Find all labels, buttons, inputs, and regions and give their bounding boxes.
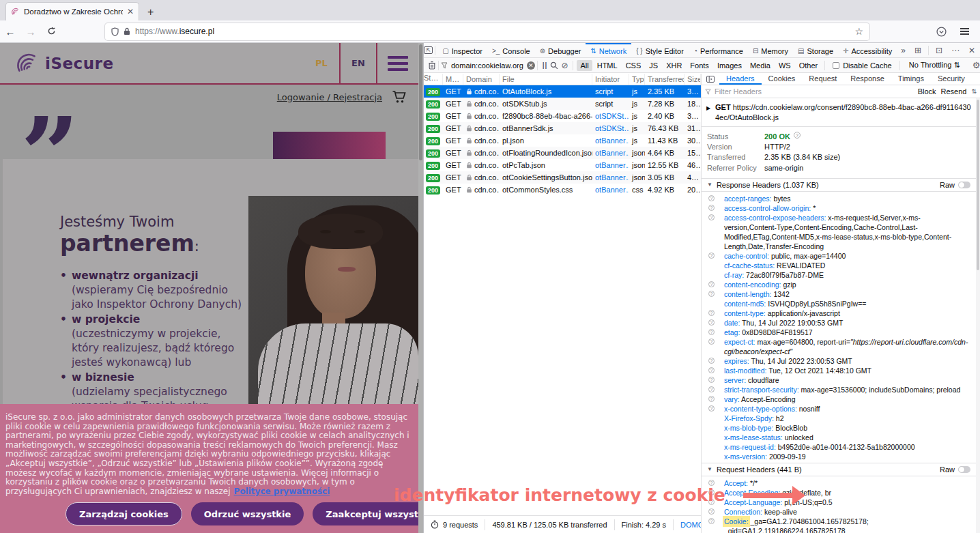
disable-cache-control[interactable]: Disable Cache	[827, 61, 897, 70]
response-header-row[interactable]: ?content-type: application/x-javascript	[702, 308, 976, 318]
column-header[interactable]: Domain	[463, 74, 500, 85]
filter-pill-media[interactable]: Media	[747, 60, 774, 71]
devtools-tab-inspector[interactable]: ▢Inspector	[437, 43, 487, 57]
cookie-reject-button[interactable]: Odrzuć wszystkie	[191, 502, 304, 525]
request-initiator[interactable]: otBanner…	[592, 186, 629, 194]
response-header-row[interactable]: content-md5: ISVHQDp8yLpS5h8SniPgIw==	[702, 299, 976, 308]
raw-toggle[interactable]	[958, 182, 970, 188]
privacy-policy-link[interactable]: Polityce prywatności	[234, 487, 330, 496]
response-header-row[interactable]: ?date: Thu, 14 Jul 2022 19:00:53 GMT	[702, 318, 976, 328]
filter-pill-css[interactable]: CSS	[622, 60, 645, 71]
request-header-row[interactable]: ?Cookie: _ga=GA1.2.704861004.1657825178;…	[702, 517, 976, 533]
url-text[interactable]: https://www.isecure.pl	[135, 27, 850, 36]
detail-tab-response[interactable]: Response	[844, 74, 891, 85]
resend-button[interactable]: Resend	[941, 87, 967, 96]
request-header-row[interactable]: ?Accept-Encoding: gzip, deflate, br	[702, 488, 976, 498]
block-button[interactable]: Block	[918, 87, 936, 96]
help-icon[interactable]: ?	[708, 319, 715, 326]
request-initiator[interactable]: otBanner…	[592, 161, 629, 169]
column-header[interactable]: Size	[684, 74, 701, 85]
response-header-row[interactable]: ?last-modified: Tue, 12 Oct 2021 14:48:1…	[702, 366, 976, 375]
help-icon[interactable]: ?	[708, 518, 715, 524]
responsive-design-icon[interactable]: ⊞	[910, 46, 926, 55]
help-icon[interactable]: ?	[708, 480, 715, 486]
help-icon[interactable]: ?	[708, 405, 715, 412]
help-icon[interactable]: ?	[708, 253, 715, 259]
network-request-row[interactable]: 200GETcdn.co…otBannerSdk.jsotSDKSt…js76.…	[424, 122, 701, 134]
pick-element-button[interactable]: ⇱	[424, 46, 433, 54]
request-initiator[interactable]: otBanner…	[592, 149, 629, 157]
url-bar[interactable]: https://www.isecure.pl ☆	[105, 23, 869, 40]
clear-filter-icon[interactable]: ✕	[527, 61, 535, 70]
devtools-tab-accessibility[interactable]: ✛Accessibility	[838, 43, 897, 57]
request-initiator[interactable]: otBanner…	[592, 173, 629, 182]
help-icon[interactable]: ?	[708, 214, 715, 220]
lock-icon[interactable]	[124, 27, 130, 35]
help-icon[interactable]: ?	[708, 310, 715, 316]
disable-cache-checkbox[interactable]	[833, 62, 839, 69]
response-header-row[interactable]: cf-ray: 72ac80f79f5a7b87-DME	[702, 270, 976, 280]
gear-icon[interactable]: ⚙	[967, 60, 980, 70]
cart-icon[interactable]	[392, 90, 407, 104]
filter-pill-images[interactable]: Images	[714, 60, 745, 71]
response-header-row[interactable]: ?expires: Thu, 14 Jul 2022 23:00:53 GMT	[702, 356, 976, 366]
column-header[interactable]: M…	[443, 74, 463, 85]
throttling-dropdown[interactable]: No Throttling ⇅	[902, 61, 967, 70]
raw-toggle[interactable]	[958, 466, 970, 473]
filter-pill-fonts[interactable]: Fonts	[687, 60, 712, 71]
column-header[interactable]: File	[500, 74, 592, 85]
collapse-panel-icon[interactable]	[702, 76, 719, 83]
network-request-row[interactable]: 200GETcdn.co…f2890bc8-88eb-4bac-a266-df9…	[424, 110, 701, 122]
devtools-tab-storage[interactable]: ▤Storage	[793, 43, 838, 57]
detail-tab-security[interactable]: Security	[931, 74, 972, 85]
network-request-row[interactable]: 200GETcdn.co…otFloatingRoundedIcon.jsono…	[424, 147, 701, 159]
help-icon[interactable]: ?	[708, 386, 715, 392]
detail-tab-timings[interactable]: Timings	[891, 74, 931, 85]
details-scrollbar[interactable]	[976, 98, 980, 533]
close-tab-icon[interactable]: ✕	[127, 7, 134, 16]
response-header-row[interactable]: ?accept-ranges: bytes	[702, 194, 976, 203]
network-request-row[interactable]: 200GETcdn.co…otSDKStub.jsscriptjs7.28 KB…	[424, 98, 701, 110]
network-request-row[interactable]: 200GETcdn.co…pl.jsonotBanner…js11.43 KB3…	[424, 134, 701, 147]
help-icon[interactable]: ?	[708, 367, 715, 373]
separate-window-icon[interactable]: ⊡	[931, 46, 947, 55]
response-header-row[interactable]: ?content-encoding: gzip	[702, 280, 976, 289]
devtools-tab-debugger[interactable]: ⊚Debugger	[535, 43, 586, 57]
pocket-icon[interactable]	[936, 27, 947, 37]
help-icon[interactable]: ?	[708, 489, 715, 495]
bookmark-star-icon[interactable]: ☆	[854, 26, 863, 37]
filter-pill-all[interactable]: All	[577, 60, 592, 71]
request-initiator[interactable]: otSDKSt…	[592, 124, 629, 132]
response-header-row[interactable]: x-ms-version: 2009-09-19	[702, 452, 976, 461]
response-header-row[interactable]: ?vary: Accept-Encoding	[702, 394, 976, 404]
detail-tab-cookies[interactable]: Cookies	[762, 74, 803, 85]
response-header-row[interactable]: ?content-length: 1342	[702, 289, 976, 299]
response-header-row[interactable]: ?server: cloudflare	[702, 375, 976, 385]
request-header-row[interactable]: ?Accept: */*	[702, 478, 976, 488]
response-headers-section[interactable]: ▼ Response Headers (1.037 KB) Raw	[702, 178, 976, 192]
browser-tab[interactable]: Doradztwo w Zakresie Ochrony Dany ✕	[5, 2, 139, 20]
resend-dropdown-icon[interactable]: ⇅	[971, 88, 977, 95]
filter-pill-ws[interactable]: WS	[775, 60, 794, 71]
lang-en-button[interactable]: EN	[341, 43, 376, 83]
search-icon[interactable]	[550, 61, 558, 70]
help-icon[interactable]: ?	[708, 499, 715, 505]
detail-tab-headers[interactable]: Headers	[719, 74, 762, 85]
response-header-row[interactable]: ?etag: 0x8D98D8F4F819517	[702, 328, 976, 337]
help-icon[interactable]: ?	[708, 291, 715, 297]
filter-pill-xhr[interactable]: XHR	[663, 60, 685, 71]
lang-pl-button[interactable]: PL	[304, 43, 339, 83]
cookie-manage-button[interactable]: Zarządzaj cookies	[66, 502, 182, 525]
request-header-row[interactable]: ?Accept-Language: pl,en-US;q=0.5	[702, 498, 976, 507]
help-icon[interactable]: ?	[708, 508, 715, 515]
request-initiator[interactable]: otSDKSt…	[592, 112, 629, 120]
help-icon[interactable]: ?	[708, 195, 715, 201]
devtools-tab-memory[interactable]: ⊟Memory	[748, 43, 793, 57]
response-header-row[interactable]: x-ms-lease-status: unlocked	[702, 433, 976, 442]
network-request-row[interactable]: 200GETcdn.co…otCookieSettingsButton.json…	[424, 171, 701, 184]
help-icon[interactable]: ?	[708, 377, 715, 383]
site-menu-icon[interactable]	[377, 43, 418, 83]
request-initiator[interactable]: otBanner…	[592, 136, 629, 145]
login-register-link[interactable]: Logowanie / Rejestracja	[277, 92, 382, 102]
request-headers-section[interactable]: ▼ Request Headers (441 B) Raw	[702, 463, 976, 476]
